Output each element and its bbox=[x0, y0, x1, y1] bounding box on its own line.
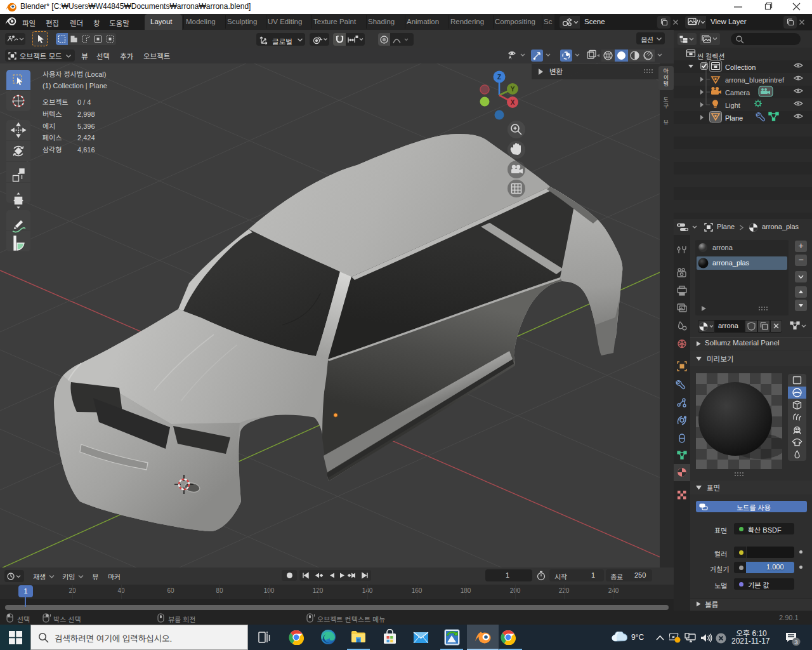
svg-text:3: 3 bbox=[794, 639, 797, 646]
svg-text:구: 구 bbox=[664, 102, 669, 110]
svg-text:Z: Z bbox=[497, 74, 501, 81]
svg-text:X: X bbox=[511, 99, 515, 106]
svg-text:템: 템 bbox=[664, 79, 669, 88]
svg-text:변환: 변환 bbox=[549, 68, 563, 76]
svg-text:뷰: 뷰 bbox=[664, 118, 669, 126]
svg-text:Y: Y bbox=[511, 86, 515, 93]
